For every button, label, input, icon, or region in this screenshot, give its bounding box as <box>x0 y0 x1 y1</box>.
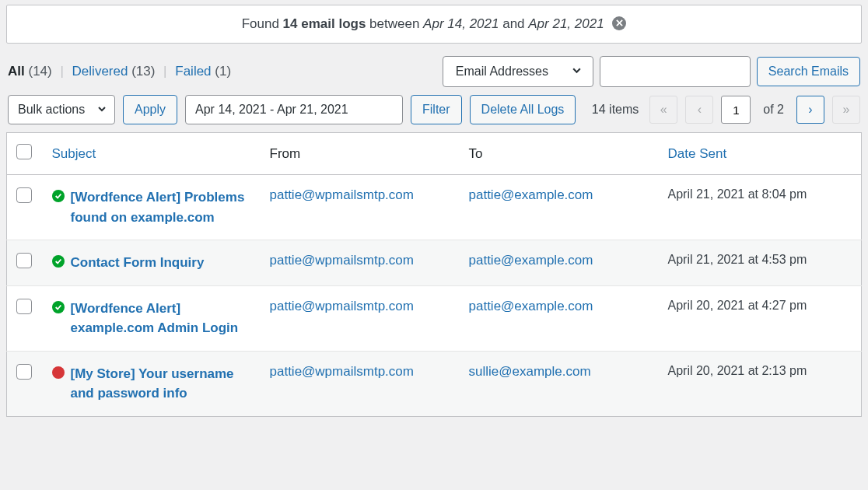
dismiss-icon[interactable] <box>612 16 626 30</box>
from-link[interactable]: pattie@wpmailsmtp.com <box>270 253 414 268</box>
date-sent: April 20, 2021 at 2:13 pm <box>659 351 862 416</box>
status-failed-icon <box>52 366 65 379</box>
delete-all-button[interactable]: Delete All Logs <box>470 95 576 124</box>
notice-prefix: Found <box>242 16 283 31</box>
table-row: [Wordfence Alert] Problems found on exam… <box>7 175 862 240</box>
separator: | <box>163 64 166 79</box>
date-sent: April 21, 2021 at 4:53 pm <box>659 240 862 286</box>
table-row: Contact Form Inquirypattie@wpmailsmtp.co… <box>7 240 862 286</box>
chevron-down-icon <box>572 65 582 79</box>
filter-button[interactable]: Filter <box>411 95 462 124</box>
from-link[interactable]: pattie@wpmailsmtp.com <box>270 187 414 202</box>
from-link[interactable]: pattie@wpmailsmtp.com <box>270 364 414 379</box>
subject-link[interactable]: [Wordfence Alert] example.com Admin Logi… <box>71 299 250 338</box>
row-checkbox[interactable] <box>16 187 32 203</box>
filter-notice: Found 14 email logs between Apr 14, 2021… <box>6 5 862 44</box>
bulk-actions-label: Bulk actions <box>18 103 85 117</box>
notice-count: 14 email logs <box>283 16 366 31</box>
row-checkbox[interactable] <box>16 253 32 268</box>
prev-page-button: ‹ <box>685 96 713 124</box>
table-header-row: Subject From To Date Sent <box>7 133 862 175</box>
select-all-header <box>7 133 43 175</box>
actions-left: Bulk actions Apply Filter Delete All Log… <box>8 95 576 124</box>
notice-middle: between <box>366 16 423 31</box>
date-sent: April 21, 2021 at 8:04 pm <box>659 175 862 240</box>
notice-date-to: Apr 21, 2021 <box>528 16 604 31</box>
from-link[interactable]: pattie@wpmailsmtp.com <box>270 299 414 313</box>
status-delivered-icon <box>52 301 65 313</box>
status-filter: All (14) | Delivered (13) | Failed (1) <box>8 64 231 79</box>
row-checkbox[interactable] <box>16 299 32 314</box>
separator: | <box>60 64 63 79</box>
header-to: To <box>460 133 659 175</box>
subject-link[interactable]: [Wordfence Alert] Problems found on exam… <box>71 187 250 227</box>
page-input[interactable] <box>721 96 751 124</box>
first-page-button: « <box>649 96 677 124</box>
search-button[interactable]: Search Emails <box>757 57 860 86</box>
notice-and: and <box>499 16 528 31</box>
to-link[interactable]: pattie@example.com <box>469 299 593 313</box>
filter-delivered[interactable]: Delivered (13) <box>72 64 156 79</box>
search-field-select[interactable]: Email Addresses <box>443 56 593 87</box>
search-field-label: Email Addresses <box>456 65 548 79</box>
pagination: 14 items « ‹ of 2 › » <box>592 96 860 124</box>
apply-button[interactable]: Apply <box>123 95 177 124</box>
notice-date-from: Apr 14, 2021 <box>423 16 499 31</box>
top-bar: All (14) | Delivered (13) | Failed (1) E… <box>0 56 868 95</box>
header-subject: Subject <box>43 133 261 175</box>
subject-link[interactable]: Contact Form Inquiry <box>71 253 205 273</box>
last-page-button: » <box>832 96 860 124</box>
header-date-sent: Date Sent <box>659 133 862 175</box>
items-count-label: 14 items <box>592 103 639 117</box>
chevron-down-icon <box>97 103 107 117</box>
row-checkbox[interactable] <box>16 364 32 380</box>
filter-failed[interactable]: Failed (1) <box>175 64 231 79</box>
date-range-input[interactable] <box>185 95 403 124</box>
table-row: [My Store] Your username and password in… <box>7 351 862 416</box>
to-link[interactable]: pattie@example.com <box>469 187 593 202</box>
search-area: Email Addresses Search Emails <box>443 56 860 87</box>
select-all-checkbox[interactable] <box>16 144 32 159</box>
to-link[interactable]: pattie@example.com <box>469 253 593 268</box>
next-page-button[interactable]: › <box>796 96 824 124</box>
header-from: From <box>261 133 460 175</box>
email-logs-table: Subject From To Date Sent [Wordfence Ale… <box>6 132 862 417</box>
date-sent: April 20, 2021 at 4:27 pm <box>659 285 862 351</box>
subject-link[interactable]: [My Store] Your username and password in… <box>71 364 250 404</box>
status-delivered-icon <box>52 190 65 202</box>
to-link[interactable]: sullie@example.com <box>469 364 591 379</box>
table-row: [Wordfence Alert] example.com Admin Logi… <box>7 285 862 351</box>
actions-row: Bulk actions Apply Filter Delete All Log… <box>0 95 868 132</box>
bulk-actions-select[interactable]: Bulk actions <box>8 95 115 124</box>
search-input[interactable] <box>600 56 751 87</box>
filter-all[interactable]: All (14) <box>8 64 52 79</box>
page-of-label: of 2 <box>763 103 784 117</box>
status-delivered-icon <box>52 255 65 268</box>
table-body: [Wordfence Alert] Problems found on exam… <box>7 175 862 417</box>
